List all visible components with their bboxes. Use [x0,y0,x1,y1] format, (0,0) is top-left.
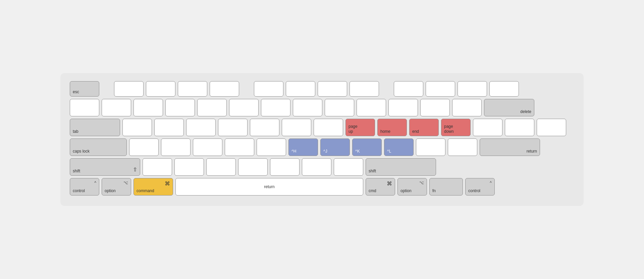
key-capslock[interactable]: caps lock [70,138,127,156]
key-y[interactable] [282,119,311,136]
key-minus[interactable] [420,99,450,116]
key-8[interactable] [325,99,354,116]
row-shift: shift ⇧ shift [70,158,574,176]
key-right-option[interactable]: ⌥ option [397,178,427,196]
key-0[interactable] [388,99,418,116]
row-bottom: ^ control ⌥ option ⌘ command return ⌘ cm… [70,178,574,196]
key-d[interactable] [193,138,222,156]
key-bracket-open[interactable] [473,119,502,136]
key-backslash[interactable] [537,119,566,136]
key-esc[interactable]: esc [70,81,99,97]
key-ctrl-h[interactable]: ^H [288,138,318,156]
key-f8[interactable] [350,81,379,97]
key-f5[interactable] [254,81,283,97]
row-capslock: caps lock ^H ^J ^K ^L return [70,138,574,156]
key-ctrl-k[interactable]: ^K [352,138,382,156]
key-right-cmd[interactable]: ⌘ cmd [366,178,395,196]
key-q[interactable] [122,119,152,136]
key-9[interactable] [357,99,386,116]
key-home[interactable]: home [377,119,407,136]
key-f10[interactable] [426,81,455,97]
key-quote[interactable] [448,138,477,156]
key-e[interactable] [186,119,216,136]
option-top-icon-left: ⌥ [123,180,128,185]
key-w[interactable] [154,119,184,136]
key-left-option[interactable]: ⌥ option [102,178,131,196]
key-f9[interactable] [394,81,423,97]
key-left-shift[interactable]: shift ⇧ [70,158,140,176]
key-s[interactable] [161,138,191,156]
key-z[interactable] [143,158,172,176]
key-f3[interactable] [178,81,207,97]
shift-icon: ⇧ [133,166,137,173]
key-f6[interactable] [286,81,315,97]
key-t[interactable] [250,119,279,136]
keyboard: esc delete [60,73,584,206]
key-2[interactable] [133,99,163,116]
key-f[interactable] [225,138,254,156]
key-1[interactable] [102,99,131,116]
key-m[interactable] [334,158,363,176]
key-backtick[interactable] [70,99,99,116]
key-a[interactable] [129,138,159,156]
key-x[interactable] [174,158,204,176]
key-6[interactable] [261,99,290,116]
row-function: esc [70,81,574,97]
key-7[interactable] [293,99,322,116]
key-end[interactable]: end [409,119,439,136]
key-right-shift[interactable]: shift [366,158,436,176]
key-pagedown[interactable]: page down [441,119,471,136]
key-ctrl-l[interactable]: ^L [384,138,414,156]
command-icon: ⌘ [165,180,170,187]
key-tab[interactable]: tab [70,119,120,136]
rcontrol-top-icon: ^ [490,180,492,185]
key-right-control[interactable]: ^ control [465,178,495,196]
key-semicolon[interactable] [416,138,445,156]
key-spacebar[interactable]: return [175,178,363,196]
key-command[interactable]: ⌘ command [133,178,173,196]
key-left-control[interactable]: ^ control [70,178,99,196]
key-f12[interactable] [489,81,519,97]
key-g[interactable] [257,138,286,156]
key-ctrl-j[interactable]: ^J [320,138,350,156]
key-fn[interactable]: fn [429,178,463,196]
key-bracket-close[interactable] [505,119,534,136]
key-3[interactable] [165,99,195,116]
key-v[interactable] [238,158,268,176]
row-tab: tab page up home end page down [70,119,574,136]
option-top-icon-right: ⌥ [419,180,424,185]
key-4[interactable] [197,99,227,116]
key-r[interactable] [218,119,248,136]
key-f1[interactable] [114,81,144,97]
key-pageup[interactable]: page up [345,119,375,136]
key-u[interactable] [314,119,343,136]
key-5[interactable] [229,99,259,116]
key-delete[interactable]: delete [484,99,534,116]
control-top-icon: ^ [94,180,96,185]
key-f4[interactable] [210,81,239,97]
rcmd-icon: ⌘ [387,180,392,187]
key-f2[interactable] [146,81,175,97]
key-return[interactable]: return [480,138,540,156]
key-f11[interactable] [458,81,487,97]
row-number: delete [70,99,574,116]
key-f7[interactable] [318,81,347,97]
key-b[interactable] [270,158,300,176]
key-c[interactable] [206,158,236,176]
key-n[interactable] [302,158,331,176]
key-equals[interactable] [452,99,482,116]
